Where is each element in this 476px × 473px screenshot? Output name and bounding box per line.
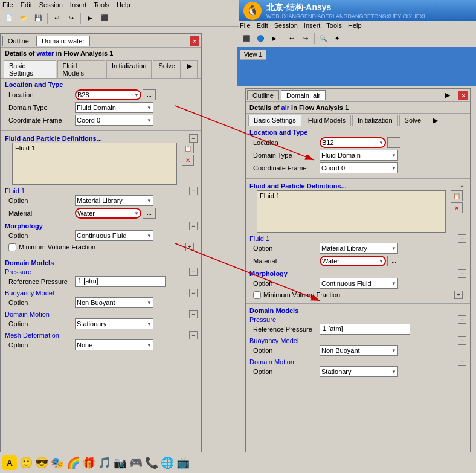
tb-new[interactable]: 📄 xyxy=(2,11,16,25)
air-domainmotion-select[interactable]: Stationary ▼ xyxy=(320,366,398,377)
water-domainmotion-select[interactable]: Stationary ▼ xyxy=(75,318,153,329)
air-fluid-add[interactable]: 📋 xyxy=(451,190,463,201)
menu-help[interactable]: Help xyxy=(117,1,130,8)
water-pressure-collapse[interactable]: − xyxy=(189,268,198,276)
water-coord-select[interactable]: Coord 0 ▼ xyxy=(75,115,153,126)
air-tab-basic[interactable]: Basic Settings xyxy=(248,115,301,126)
air-location-browse[interactable]: ... xyxy=(387,137,400,148)
air-tab-more[interactable]: ▶ xyxy=(428,115,443,126)
air-view-btn[interactable]: ▶ xyxy=(440,90,455,100)
water-min-vol-expand[interactable]: + xyxy=(185,243,194,251)
taskbar-emoji-5[interactable]: 🎁 xyxy=(82,456,95,469)
menu-session[interactable]: Session xyxy=(39,1,63,8)
tb-undo[interactable]: ↩ xyxy=(50,11,63,25)
taskbar-emoji-3[interactable]: 🎭 xyxy=(51,456,64,469)
taskbar-emoji-4[interactable]: 🌈 xyxy=(66,456,80,469)
toolbar-btn-2[interactable]: 🔵 xyxy=(254,32,267,45)
water-panel-close[interactable]: ✕ xyxy=(190,36,199,46)
air-buoyancy-collapse[interactable]: − xyxy=(458,336,466,345)
water-material-browse[interactable]: ... xyxy=(143,208,156,219)
taskbar-ansys-icon[interactable]: A xyxy=(2,455,17,470)
air-coord-select[interactable]: Coord 0 ▼ xyxy=(320,162,398,173)
taskbar-emoji-10[interactable]: 🌐 xyxy=(161,456,174,469)
air-fluid-collapse[interactable]: − xyxy=(458,182,466,190)
air-menu-edit[interactable]: Edit xyxy=(257,22,268,29)
water-tab-more[interactable]: ▶ xyxy=(182,60,198,78)
water-fluid1-collapse[interactable]: − xyxy=(189,187,198,195)
water-morph-collapse[interactable]: − xyxy=(189,222,198,230)
air-menu-session[interactable]: Session xyxy=(274,22,298,29)
water-fluid-collapse[interactable]: − xyxy=(189,134,198,143)
domain-water-tab[interactable]: Domain: water xyxy=(36,36,90,46)
air-morph-collapse[interactable]: − xyxy=(458,269,466,278)
menu-tools[interactable]: Tools xyxy=(94,1,109,8)
taskbar-emoji-8[interactable]: 🎮 xyxy=(129,456,143,469)
air-menu-file[interactable]: File xyxy=(240,22,251,29)
air-buoyancy-select[interactable]: Non Buoyant ▼ xyxy=(320,345,398,356)
water-option-select[interactable]: Material Library ▼ xyxy=(75,195,153,206)
tb-run[interactable]: ▶ xyxy=(83,11,97,25)
air-menu-tools[interactable]: Tools xyxy=(326,22,342,29)
toolbar-btn-6[interactable]: 🔍 xyxy=(317,32,330,45)
water-buoyancy-select[interactable]: Non Buoyant ▼ xyxy=(75,297,153,308)
tb-redo[interactable]: ↪ xyxy=(65,11,78,25)
water-fluid-add[interactable]: 📋 xyxy=(182,143,194,153)
water-tab-solve[interactable]: Solve xyxy=(153,60,181,78)
air-tab-fluid-models[interactable]: Fluid Models xyxy=(303,115,351,126)
water-location-select[interactable]: B28 ▼ xyxy=(75,89,141,100)
water-material-select[interactable]: Water ▼ xyxy=(75,208,141,219)
taskbar-emoji-6[interactable]: 🎵 xyxy=(98,456,111,469)
air-min-vol-check[interactable] xyxy=(253,291,261,299)
water-domaintype-select[interactable]: Fluid Domain ▼ xyxy=(75,102,153,113)
toolbar-btn-5[interactable]: ↪ xyxy=(299,32,312,45)
water-location-browse[interactable]: ... xyxy=(143,89,156,100)
toolbar-btn-4[interactable]: ↩ xyxy=(285,32,298,45)
air-material-browse[interactable]: ... xyxy=(387,256,400,266)
air-min-vol-expand[interactable]: + xyxy=(454,291,463,299)
air-outline-tab[interactable]: Outline xyxy=(247,90,279,100)
menu-file[interactable]: File xyxy=(2,1,13,8)
outline-tab[interactable]: Outline xyxy=(2,36,34,46)
air-menu-help[interactable]: Help xyxy=(348,22,362,29)
menu-insert[interactable]: Insert xyxy=(70,1,87,8)
toolbar-btn-7[interactable]: ✦ xyxy=(330,32,344,45)
air-morph-option-select[interactable]: Continuous Fluid ▼ xyxy=(320,278,398,289)
water-tab-fluid-models[interactable]: Fluid Models xyxy=(57,60,105,78)
tb-save[interactable]: 💾 xyxy=(31,11,45,25)
air-domaintype-select[interactable]: Fluid Domain ▼ xyxy=(320,150,398,161)
water-refpressure-input[interactable]: 1 [atm] xyxy=(75,276,166,287)
menu-edit[interactable]: Edit xyxy=(21,1,32,8)
air-location-select[interactable]: B12 ▼ xyxy=(320,137,386,148)
air-domain-tab[interactable]: Domain: air xyxy=(281,90,326,100)
tb-stop[interactable]: ⬛ xyxy=(98,11,111,25)
water-tab-basic[interactable]: Basic Settings xyxy=(4,60,56,78)
tb-open[interactable]: 📂 xyxy=(17,11,30,25)
air-fluid1-collapse[interactable]: − xyxy=(458,234,466,243)
water-meshdef-collapse[interactable]: − xyxy=(189,331,198,339)
water-min-vol-check[interactable] xyxy=(8,243,16,251)
water-buoyancy-collapse[interactable]: − xyxy=(189,289,198,297)
taskbar-emoji-9[interactable]: 📞 xyxy=(145,456,158,469)
air-refpressure-input[interactable]: 1 [atm] xyxy=(320,324,410,335)
air-material-select[interactable]: Water ▼ xyxy=(320,256,386,266)
air-option-select[interactable]: Material Library ▼ xyxy=(320,243,398,254)
taskbar-emoji-7[interactable]: 📷 xyxy=(114,456,127,469)
toolbar-btn-3[interactable]: ▶ xyxy=(268,32,281,45)
air-tab-init[interactable]: Initialization xyxy=(352,115,397,126)
taskbar-emoji-1[interactable]: 🙂 xyxy=(19,456,33,469)
air-menu-insert[interactable]: Insert xyxy=(304,22,321,29)
water-fluid-remove[interactable]: ✕ xyxy=(182,155,194,166)
toolbar-btn-1[interactable]: ⬛ xyxy=(240,32,253,45)
taskbar-emoji-2[interactable]: 😎 xyxy=(35,456,48,469)
water-tab-init[interactable]: Initialization xyxy=(106,60,152,78)
air-fluid-remove[interactable]: ✕ xyxy=(451,202,463,213)
water-morph-option-select[interactable]: Continuous Fluid ▼ xyxy=(75,230,153,241)
air-tab-solve[interactable]: Solve xyxy=(399,115,427,126)
water-domainmotion-collapse[interactable]: − xyxy=(189,310,198,318)
air-pressure-collapse[interactable]: − xyxy=(458,315,466,324)
water-meshdef-select[interactable]: None ▼ xyxy=(75,339,153,350)
air-panel-close[interactable]: ✕ xyxy=(458,91,468,100)
view-1-tab[interactable]: View 1 xyxy=(240,50,266,60)
air-domainmotion-collapse[interactable]: − xyxy=(458,358,466,366)
taskbar-emoji-11[interactable]: 📺 xyxy=(176,456,190,469)
